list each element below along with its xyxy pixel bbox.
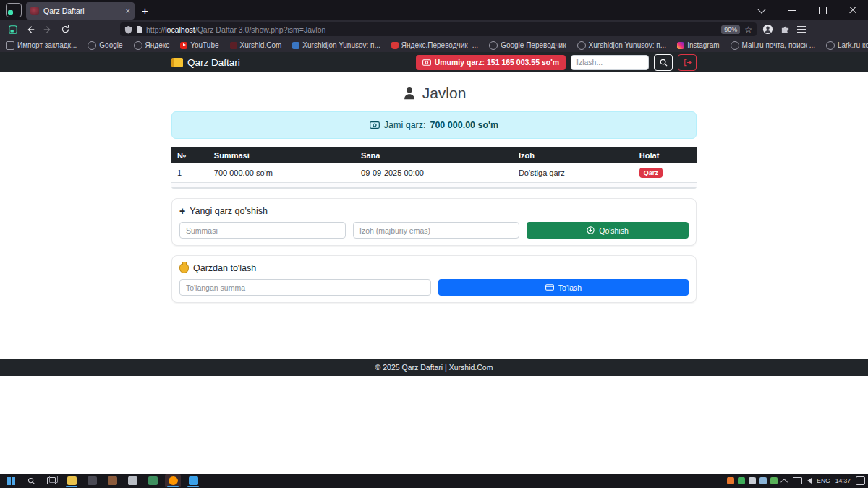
close-button[interactable] <box>838 0 868 20</box>
bookmark-item[interactable]: Яндекс <box>134 41 170 50</box>
browser-tab[interactable]: Qarz Daftari × <box>26 2 135 20</box>
bookmark-label: Яндекс <box>145 41 170 49</box>
network-icon[interactable] <box>793 477 802 484</box>
bookmark-item[interactable]: Mail.ru почта, поиск ... <box>731 41 815 50</box>
search-input[interactable] <box>571 55 649 70</box>
bookmark-item[interactable]: Google Переводчик <box>489 41 566 50</box>
extensions-icon[interactable] <box>780 25 790 34</box>
bookmark-label: YouTube <box>190 41 218 49</box>
volume-icon[interactable] <box>807 478 812 484</box>
maximize-button[interactable] <box>807 0 838 20</box>
green2-tray-icon[interactable] <box>770 477 778 484</box>
bookmark-item[interactable]: Google <box>88 41 122 50</box>
bookmark-item[interactable]: YouTube <box>180 41 218 49</box>
battery-icon[interactable] <box>749 477 756 484</box>
app-brand[interactable]: Qarz Daftari <box>171 57 240 68</box>
taskbar: ENG 14:37 <box>0 474 868 488</box>
bookmark-label: Xurshidjon Yunusov: п... <box>589 41 667 49</box>
cash-icon <box>370 121 380 129</box>
bookmark-label: Импорт закладк... <box>17 41 77 49</box>
globe-icon <box>577 41 586 50</box>
blue-app-button[interactable] <box>185 474 201 487</box>
debts-table: №SummasiSanaIzohHolat 1700 000.00 so'm09… <box>171 147 697 183</box>
pay-debt-button[interactable]: To'lash <box>438 279 689 296</box>
tab-close-icon[interactable]: × <box>126 7 130 15</box>
instagram-icon <box>677 42 684 49</box>
add-debt-button-label: Qo'shish <box>599 226 629 235</box>
orange-tray-icon[interactable] <box>727 477 734 484</box>
search-button[interactable] <box>654 54 673 71</box>
bookmark-item[interactable]: Яндекс.Переводчик -... <box>391 41 478 49</box>
table-row: 1700 000.00 so'm09-09-2025 00:00Do'stiga… <box>171 163 697 183</box>
toolbar-right <box>762 24 814 35</box>
forward-icon[interactable] <box>39 22 56 37</box>
globe-icon <box>826 41 835 50</box>
globe-icon <box>489 41 498 50</box>
reload-icon[interactable] <box>56 22 74 37</box>
green-tray-icon[interactable] <box>738 477 745 484</box>
notes-app-button[interactable] <box>124 474 140 487</box>
firefox-view-icon[interactable] <box>6 3 22 17</box>
green-app-button[interactable] <box>145 474 161 487</box>
pay-debt-button-label: To'lash <box>558 283 582 292</box>
tab-list-chevron-icon[interactable] <box>746 0 777 20</box>
table-body: 1700 000.00 so'm09-09-2025 00:00Do'stiga… <box>171 163 697 183</box>
paid-sum-input[interactable] <box>179 279 431 296</box>
search-icon <box>27 477 35 485</box>
plus-circle-icon <box>587 226 595 234</box>
back-icon[interactable] <box>22 22 39 37</box>
debt-sum-input[interactable] <box>179 222 346 239</box>
vk-icon <box>292 42 299 49</box>
site-icon <box>230 42 237 49</box>
person-icon <box>402 86 417 100</box>
firefox-view-button[interactable] <box>4 22 22 37</box>
clock[interactable]: 14:37 <box>835 477 851 484</box>
system-tray: ENG 14:37 <box>727 476 868 485</box>
bookmark-item[interactable]: Xurshid.Com <box>230 41 282 49</box>
total-debt-button[interactable]: Umumiy qarz: 151 165 003.55 so'm <box>416 55 566 70</box>
money-bag-icon <box>179 263 189 273</box>
add-debt-button[interactable]: Qo'shish <box>527 222 689 239</box>
new-tab-button[interactable]: + <box>142 4 148 17</box>
table-header-row: №SummasiSanaIzohHolat <box>171 147 697 163</box>
debt-note-input[interactable] <box>353 222 519 239</box>
bookmark-label: Instagram <box>687 41 719 49</box>
language-indicator[interactable]: ENG <box>817 477 830 484</box>
taskbar-search-button[interactable] <box>23 474 39 487</box>
dark-app-button[interactable] <box>84 474 100 487</box>
bookmarks-list: Импорт закладк...GoogleЯндексYouTubeXurs… <box>6 41 868 50</box>
bookmark-item[interactable]: Lark.ru конструктор ... <box>826 41 868 50</box>
task-view-button[interactable] <box>43 474 59 487</box>
bookmark-item[interactable]: Xurshidjon Yunusov: п... <box>577 41 667 50</box>
table-header-cell: Summasi <box>208 147 355 163</box>
url-bar[interactable]: http://localhost/Qarz Daftar 3.0/show.ph… <box>120 22 757 36</box>
add-debt-title-label: Yangi qarz qo'shish <box>190 206 268 216</box>
table-header-cell: Izoh <box>513 147 634 163</box>
zoom-indicator[interactable]: 90% <box>721 25 740 34</box>
add-debt-card: + Yangi qarz qo'shish Qo'shish <box>171 198 697 246</box>
bookmark-star-icon[interactable]: ☆ <box>744 25 752 35</box>
account-icon[interactable] <box>762 24 773 35</box>
bookmark-item[interactable]: Xurshidjon Yunusov: п... <box>292 41 380 49</box>
menu-icon[interactable] <box>797 26 806 33</box>
shield-icon[interactable] <box>124 25 132 34</box>
brown-app-button[interactable] <box>104 474 120 487</box>
bookmark-item[interactable]: Instagram <box>677 41 719 49</box>
hidden-icons-chevron[interactable] <box>780 478 788 485</box>
page-viewport: Qarz Daftari Umumiy qarz: 151 165 003.55… <box>0 52 868 474</box>
logout-icon <box>684 59 692 67</box>
page-info-icon[interactable] <box>136 25 143 34</box>
firefox-button[interactable] <box>165 474 181 487</box>
bookmark-label: Google <box>99 41 122 49</box>
notification-center-icon[interactable] <box>856 476 865 485</box>
minimize-button[interactable] <box>777 0 807 20</box>
bookmark-item[interactable]: Импорт закладк... <box>6 41 77 50</box>
file-explorer-button[interactable] <box>64 474 80 487</box>
start-button[interactable] <box>3 474 19 487</box>
logout-button[interactable] <box>678 54 697 71</box>
cash-icon <box>422 59 431 66</box>
person-heading: Javlon <box>171 82 697 104</box>
bookmark-label: Mail.ru почта, поиск ... <box>742 41 815 49</box>
file-explorer-icon <box>67 476 77 485</box>
telegram-tray-icon[interactable] <box>760 477 767 484</box>
